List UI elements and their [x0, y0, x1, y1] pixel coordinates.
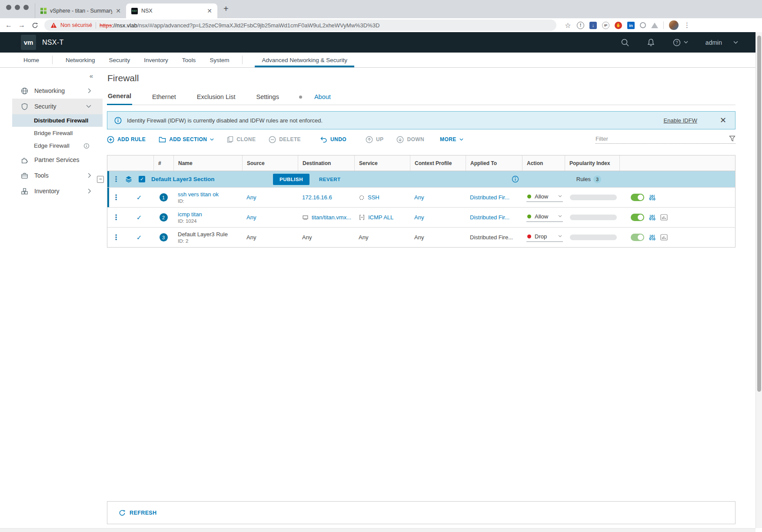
rule-service[interactable]: Any [354, 234, 410, 241]
rule-check-icon[interactable]: ✓ [125, 234, 153, 241]
rule-name[interactable]: ssh vers titan ok [178, 191, 242, 198]
nav-security[interactable]: Security [102, 53, 137, 67]
revert-button[interactable]: REVERT [319, 177, 341, 182]
rule-source[interactable]: Any [242, 194, 298, 201]
rule-stats-chart-icon[interactable] [660, 234, 668, 241]
rule-enabled-toggle[interactable] [631, 194, 644, 201]
rule-source[interactable]: Any [242, 234, 298, 241]
adblock-extension-icon[interactable]: ✋ [615, 22, 622, 29]
rule-row-2[interactable]: ••• ✓ 2 icmp titan ID: 1024 Any titan/ti… [107, 207, 735, 227]
notifications-bell-icon[interactable] [647, 38, 655, 47]
collapse-section-icon[interactable]: − [97, 176, 104, 183]
password-extension-icon[interactable]: ! [577, 22, 584, 29]
tab-general[interactable]: General [107, 93, 132, 105]
rule-applied-to[interactable]: Distributed Fir... [466, 214, 522, 221]
sidebar-item-networking[interactable]: Networking [0, 83, 103, 99]
rule-enabled-toggle[interactable] [631, 234, 644, 241]
new-tab-button[interactable]: + [223, 4, 229, 14]
rule-name[interactable]: Default Layer3 Rule [178, 231, 242, 238]
sidebar-item-tools[interactable]: Tools [0, 168, 103, 183]
up-button[interactable]: UP [366, 136, 383, 143]
rule-stats-chart-icon[interactable] [660, 214, 668, 221]
help-menu[interactable]: ? [672, 38, 688, 47]
collapse-sidebar-icon[interactable]: « [0, 71, 103, 83]
nav-networking[interactable]: Networking [59, 53, 102, 67]
nav-system[interactable]: System [203, 53, 236, 67]
sidebar-item-edge-firewall[interactable]: Edge Firewall [0, 139, 103, 152]
horizontal-scrollbar[interactable] [0, 528, 755, 532]
refresh-icon[interactable] [119, 509, 126, 516]
rule-destination[interactable]: titan/titan.vmx... [312, 214, 351, 221]
browser-menu-icon[interactable]: ⋮ [684, 21, 690, 29]
tab-ethernet[interactable]: Ethernet [151, 93, 177, 105]
tab-nsx[interactable]: NSX NSX ✕ [126, 3, 217, 18]
publish-button[interactable]: PUBLISH [273, 174, 309, 185]
filter-funnel-icon[interactable] [729, 135, 735, 142]
rule-context-profile[interactable]: Any [410, 194, 466, 201]
close-banner-icon[interactable]: ✕ [720, 116, 726, 125]
sidebar-item-bridge-firewall[interactable]: Bridge Firewall [0, 127, 103, 139]
action-dropdown[interactable]: Allow [526, 193, 563, 202]
close-tab-icon[interactable]: ✕ [207, 7, 212, 14]
circle-extension-icon[interactable] [640, 22, 646, 28]
maximize-window-icon[interactable] [23, 5, 29, 10]
rule-destination[interactable]: Any [298, 234, 354, 241]
vertical-scrollbar[interactable] [755, 32, 762, 528]
rule-destination[interactable]: 172.16.16.6 [298, 194, 354, 201]
bookmark-star-icon[interactable]: ☆ [564, 22, 572, 29]
tab-exclusion-list[interactable]: Exclusion List [196, 93, 236, 105]
action-dropdown[interactable]: Allow [526, 213, 563, 222]
rule-service-label[interactable]: ICMP ALL [368, 214, 393, 221]
rule-service-label[interactable]: SSH [368, 194, 379, 201]
reload-icon[interactable] [30, 20, 40, 30]
undo-button[interactable]: UNDO [320, 136, 346, 143]
close-tab-icon[interactable]: ✕ [116, 7, 121, 14]
section-name[interactable]: Default Layer3 Section [151, 176, 273, 182]
profile-avatar[interactable] [669, 20, 679, 30]
user-menu[interactable]: admin [705, 39, 738, 46]
clone-button[interactable]: CLONE [227, 136, 256, 143]
address-bar[interactable]: Non sécurisé https://nsx.vlab/nsx/#/app/… [44, 20, 556, 31]
down-button[interactable]: DOWN [396, 136, 424, 143]
drive-extension-icon[interactable] [651, 23, 658, 28]
rule-menu-icon[interactable]: ••• [107, 194, 125, 201]
rule-name[interactable]: icmp titan [178, 211, 242, 218]
rule-menu-icon[interactable]: ••• [107, 214, 125, 221]
action-dropdown[interactable]: Drop [526, 233, 563, 242]
info-icon[interactable] [512, 175, 519, 183]
rule-check-icon[interactable]: ✓ [125, 214, 153, 221]
delete-button[interactable]: DELETE [269, 136, 301, 143]
rule-row-1[interactable]: ••• ✓ 1 ssh vers titan ok ID: Any 172.16… [107, 187, 735, 207]
ip-extension-icon[interactable]: IP [602, 22, 609, 29]
rule-settings-sliders-icon[interactable] [649, 234, 656, 241]
rule-service[interactable]: SSH [354, 194, 410, 201]
rule-context-profile[interactable]: Any [410, 234, 466, 241]
close-window-icon[interactable] [6, 5, 11, 10]
rule-menu-icon[interactable]: ••• [107, 234, 125, 241]
rule-row-3[interactable]: ••• ✓ 3 Default Layer3 Rule ID: 2 Any An… [107, 227, 735, 247]
nav-tools[interactable]: Tools [175, 53, 203, 67]
rule-enabled-toggle[interactable] [631, 214, 644, 221]
sidebar-item-distributed-firewall[interactable]: Distributed Firewall [12, 114, 103, 127]
sidebar-item-partner-services[interactable]: Partner Services [0, 152, 103, 168]
add-rule-button[interactable]: ADD RULE [107, 136, 146, 143]
rule-settings-sliders-icon[interactable] [649, 194, 656, 201]
nav-inventory[interactable]: Inventory [137, 53, 175, 67]
rule-context-profile[interactable]: Any [410, 214, 466, 221]
more-button[interactable]: MORE [440, 136, 463, 142]
rule-settings-sliders-icon[interactable] [649, 214, 656, 221]
download-extension-icon[interactable]: ↓ [589, 22, 597, 29]
filter-field[interactable] [596, 135, 735, 144]
nav-advanced-networking-security[interactable]: Advanced Networking & Security [255, 53, 354, 67]
window-controls[interactable] [4, 0, 35, 18]
rule-applied-to[interactable]: Distributed Fir... [466, 194, 522, 201]
sidebar-item-inventory[interactable]: Inventory [0, 183, 103, 199]
sidebar-item-security[interactable]: Security [12, 99, 103, 114]
rule-service[interactable]: ICMP ALL [354, 214, 410, 221]
rule-destination-cell[interactable]: titan/titan.vmx... [298, 214, 354, 221]
minimize-window-icon[interactable] [15, 5, 20, 10]
section-row[interactable]: − ••• ✓ Default Layer3 Section PUBLISH R… [107, 171, 735, 187]
search-icon[interactable] [621, 38, 629, 47]
tab-about[interactable]: About [313, 93, 332, 105]
rule-source[interactable]: Any [242, 214, 298, 221]
